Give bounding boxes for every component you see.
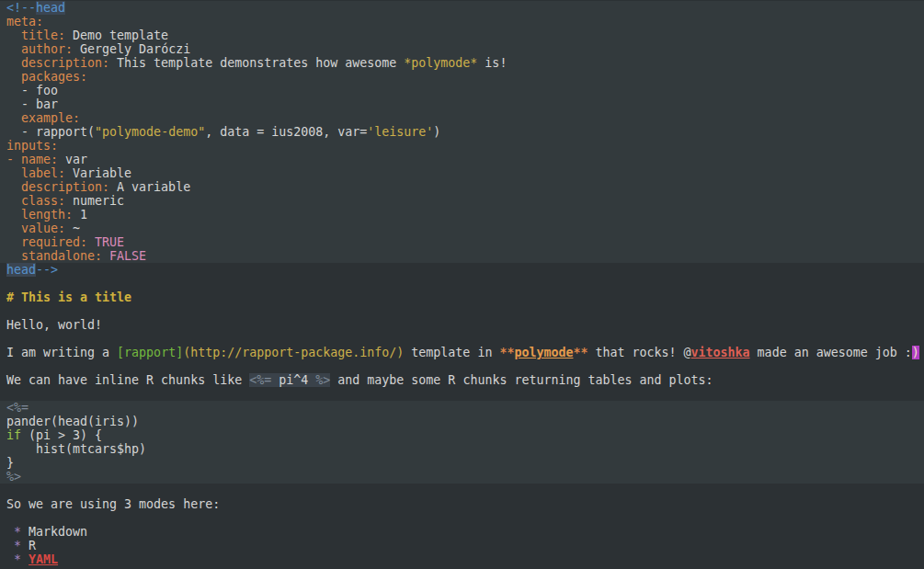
line-head-close: head-->	[0, 263, 924, 277]
yaml-value-description-b: is!	[477, 56, 507, 70]
line-pkg-bar: - bar	[0, 97, 924, 111]
line-r-pander: pander(head(iris))	[0, 415, 924, 428]
para1-text-c: that rocks! @	[587, 346, 690, 359]
line-value: value: ~	[0, 222, 924, 235]
line-label: label: Variable	[0, 166, 924, 180]
comment-open-delim: <!--	[6, 1, 36, 15]
blank-line	[0, 359, 924, 373]
line-r-if: if (pi > 3) {	[0, 428, 924, 442]
line-class: class: numeric	[0, 194, 924, 208]
bullet-indent	[6, 539, 14, 552]
yaml-key-inputs: inputs:	[6, 139, 58, 153]
list-item-r: R	[21, 539, 36, 552]
line-para2: We can have inline R chunks like <%= pi^…	[0, 373, 924, 387]
yaml-key-example: example:	[6, 111, 80, 125]
para1-text-b: template in	[404, 346, 499, 359]
line-required: required: TRUE	[0, 235, 924, 249]
line-description2: description: A variable	[0, 180, 924, 194]
constant-false: FALSE	[102, 249, 146, 263]
r-code-pander: pander(head(iris))	[6, 415, 139, 428]
r-chunk-block: <%= pander(head(iris)) if (pi > 3) { his…	[0, 401, 924, 484]
example-call-mid: , data = ius2008, var=	[205, 125, 367, 139]
bold-link-polymode[interactable]: polymode	[514, 346, 573, 359]
blank-line	[0, 304, 924, 318]
bullet-indent	[6, 552, 14, 566]
bullet-icon: *	[14, 552, 21, 566]
comment-close-delim: -->	[36, 263, 58, 277]
line-chunk-close: %>	[0, 470, 924, 484]
line-length: length: 1	[0, 208, 924, 222]
line-heading: # This is a title	[0, 290, 924, 304]
bold-delim-close: **	[573, 346, 587, 359]
string-polymode-demo: "polymode-demo"	[95, 125, 205, 139]
inline-chunk-open-delim: <%=	[249, 373, 271, 387]
string-leisure: 'leisure'	[367, 125, 433, 139]
yaml-key-length: length:	[6, 208, 73, 222]
list-item-yaml-link[interactable]: YAML	[29, 552, 58, 566]
bold-delim-open: **	[499, 346, 514, 359]
yaml-value-description-a: This template demonstrates how awesome	[109, 56, 404, 70]
line-mode-r: * R	[0, 539, 924, 552]
markdown-link-text[interactable]: [rapport]	[117, 346, 183, 359]
line-para1: I am writing a [rapport](http://rapport-…	[0, 346, 924, 359]
line-author: author: Gergely Daróczi	[0, 42, 924, 56]
yaml-value-author: Gergely Daróczi	[73, 42, 190, 56]
para1-text-a: I am writing a	[6, 346, 117, 359]
yaml-key-description: description:	[6, 56, 109, 70]
chunk-close-delim: %>	[6, 470, 21, 484]
line-r-closebrace: }	[0, 456, 924, 470]
r-code-hist: hist(mtcars$hp)	[6, 442, 146, 456]
blank-line	[0, 511, 924, 525]
yaml-key-label: label:	[6, 166, 65, 180]
line-description: description: This template demonstrates …	[0, 56, 924, 70]
constant-true: TRUE	[87, 235, 124, 249]
yaml-head-block: <!--head meta: title: Demo template auth…	[0, 1, 924, 263]
line-mode-yaml: * YAML	[0, 552, 924, 566]
paragraph-hello: Hello, world!	[6, 318, 102, 332]
r-code-close-brace: }	[6, 456, 14, 470]
list-item-yaml-space	[21, 552, 29, 566]
line-example-call: - rapport("polymode-demo", data = ius200…	[0, 125, 924, 139]
yaml-key-description2: description:	[6, 180, 109, 194]
line-r-hist: hist(mtcars$hp)	[0, 442, 924, 456]
para1-text-d: made an awesome job :	[750, 346, 912, 359]
blank-line	[0, 484, 924, 497]
r-code-if-cond: (pi > 3) {	[21, 428, 102, 442]
yaml-value-class: numeric	[65, 194, 124, 208]
para2-text-b: and maybe some R chunks returning tables…	[330, 373, 713, 387]
markdown-link-url[interactable]: (http://rapport-package.info/)	[183, 346, 404, 359]
emacs-buffer[interactable]: <!--head meta: title: Demo template auth…	[0, 0, 924, 569]
r-keyword-if: if	[6, 428, 21, 442]
yaml-key-author: author:	[6, 42, 73, 56]
markdown-emphasis-polymode: *polymode*	[404, 56, 477, 70]
yaml-list-item-bar: - bar	[6, 97, 58, 111]
line-chunk-open: <%=	[0, 401, 924, 415]
line-hello: Hello, world!	[0, 318, 924, 332]
paren-match-highlight: )	[912, 346, 919, 359]
bullet-indent	[6, 525, 14, 539]
chunk-name-head-close: head	[6, 263, 36, 277]
bullet-icon: *	[14, 525, 21, 539]
mention-link-vitoshka[interactable]: vitoshka	[691, 346, 750, 359]
line-packages: packages:	[0, 70, 924, 84]
blank-line	[0, 277, 924, 290]
yaml-value-description2: A variable	[109, 180, 190, 194]
yaml-value-name: var	[58, 153, 87, 166]
yaml-value-title: Demo template	[65, 28, 168, 42]
chunk-name-head-open: head	[36, 1, 65, 15]
line-head-open: <!--head	[0, 1, 924, 15]
line-standalone: standalone: FALSE	[0, 249, 924, 263]
line-pkg-foo: - foo	[0, 84, 924, 97]
yaml-value-label: Variable	[65, 166, 131, 180]
yaml-value-length: 1	[73, 208, 87, 222]
inline-chunk-close-delim: %>	[315, 373, 330, 387]
paragraph-modes: So we are using 3 modes here:	[6, 497, 220, 511]
yaml-key-title: title:	[6, 28, 65, 42]
yaml-key-packages: packages:	[6, 70, 87, 84]
markdown-heading: # This is a title	[6, 290, 131, 304]
bullet-icon: *	[14, 539, 21, 552]
line-meta: meta:	[0, 15, 924, 28]
chunk-open-delim: <%=	[6, 401, 29, 415]
example-call-close: )	[433, 125, 440, 139]
inline-chunk-code: pi^4	[271, 373, 315, 387]
